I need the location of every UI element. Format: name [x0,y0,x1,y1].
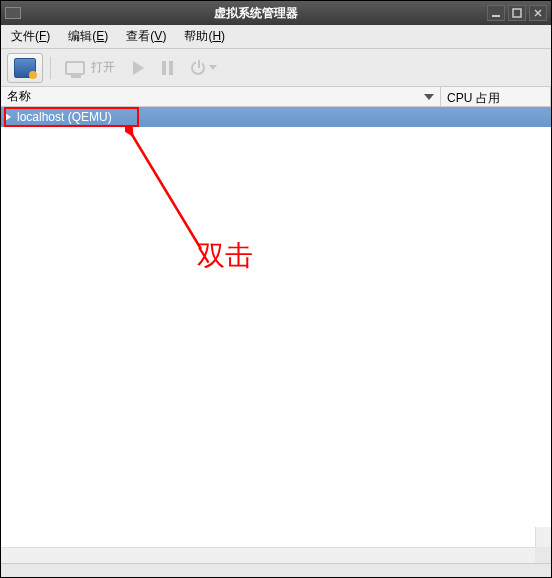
open-button[interactable]: 打开 [58,53,122,83]
column-headers: 名称 CPU 占用 [1,87,551,107]
vertical-scrollbar[interactable] [535,527,551,547]
play-icon [133,61,144,75]
toolbar: 打开 [1,49,551,87]
toolbar-separator [50,57,51,79]
menubar: 文件(F) 编辑(E) 查看(V) 帮助(H) [1,25,551,49]
column-header-name[interactable]: 名称 [1,87,441,106]
column-header-cpu[interactable]: CPU 占用 [441,87,551,106]
menu-view[interactable]: 查看(V) [122,26,170,47]
menu-edit[interactable]: 编辑(E) [64,26,112,47]
titlebar: 虚拟系统管理器 [1,1,551,25]
menu-help[interactable]: 帮助(H) [180,26,229,47]
host-label: localhost (QEMU) [17,110,112,124]
shutdown-button[interactable] [184,53,224,83]
scroll-corner [535,547,551,563]
window-title: 虚拟系统管理器 [25,5,487,22]
annotation-arrow-icon [125,127,215,257]
monitor-icon [65,61,85,75]
svg-rect-1 [513,9,521,17]
run-button[interactable] [126,53,151,83]
horizontal-scrollbar[interactable] [1,547,535,563]
maximize-icon [512,8,522,18]
annotation-text: 双击 [197,237,253,275]
chevron-down-icon [209,65,217,70]
close-button[interactable] [529,5,547,21]
pause-button[interactable] [155,53,180,83]
host-list: localhost (QEMU) 双击 [1,107,551,563]
power-icon [191,61,205,75]
app-icon [5,7,21,19]
pause-icon [162,61,173,75]
statusbar [1,563,551,577]
minimize-icon [491,8,501,18]
close-icon [533,8,543,18]
expand-triangle-icon[interactable] [5,113,11,121]
create-vm-button[interactable] [7,53,43,83]
menu-file[interactable]: 文件(F) [7,26,54,47]
sort-descending-icon [424,94,434,100]
svg-rect-0 [492,15,500,17]
maximize-button[interactable] [508,5,526,21]
svg-line-2 [131,133,201,249]
open-label: 打开 [91,59,115,76]
create-vm-icon [14,58,36,78]
host-row[interactable]: localhost (QEMU) [1,107,551,127]
app-window: 虚拟系统管理器 文件(F) 编辑(E) 查看(V) 帮助(H) 打开 [0,0,552,578]
minimize-button[interactable] [487,5,505,21]
